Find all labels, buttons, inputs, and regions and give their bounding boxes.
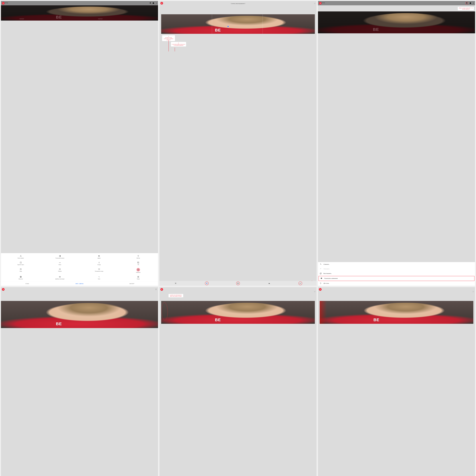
svg-point-31 — [206, 283, 207, 284]
mustache-icon — [59, 261, 61, 264]
tools-sheet: Блеск софитаТональный контрастДрамаВинта… — [1, 253, 158, 286]
menu-undo[interactable]: Отменить — [318, 262, 475, 267]
tool-text[interactable]: TTТекст — [80, 275, 119, 281]
frame-icon — [137, 276, 139, 278]
styles-button[interactable] — [267, 282, 271, 285]
more-icon[interactable] — [155, 289, 157, 290]
tool-label: Grunge — [98, 264, 101, 266]
svg-point-24 — [20, 276, 21, 277]
svg-point-15 — [59, 268, 61, 270]
edit-photo — [318, 11, 475, 33]
tool-facebox[interactable]: Положение головы — [80, 267, 119, 275]
svg-point-22 — [138, 270, 138, 270]
history-menu: Отменить Повторить Восстановить Посмотре… — [318, 262, 475, 286]
more-icon[interactable] — [155, 2, 157, 4]
layers-icon[interactable] — [466, 2, 468, 4]
tool-film[interactable]: Нуар — [1, 267, 40, 275]
facebox-icon — [98, 268, 100, 270]
svg-point-3 — [156, 3, 157, 3]
cancel-button[interactable] — [174, 282, 177, 285]
tool-vignette[interactable]: Виньетка — [1, 275, 40, 281]
tool-spotlight[interactable]: Блеск софита — [1, 254, 40, 260]
tool-label: Двойная экспозиция — [55, 278, 65, 281]
tool-frame[interactable]: Рамки — [119, 275, 158, 281]
step-badge: 5 — [160, 288, 163, 291]
bottom-tabs: СТИЛИ ИНСТ…МЕНТЫ ЭКСПОРТ — [1, 282, 158, 286]
blur-icon — [136, 268, 140, 272]
edit-photo[interactable] — [161, 301, 315, 324]
tool-contrast[interactable]: Тональный контраст — [40, 254, 80, 260]
bw-icon — [137, 261, 139, 264]
tool-label: Винтаж — [136, 258, 140, 260]
tool-label: Блеск софита — [17, 258, 24, 260]
tab-tools[interactable]: ИНСТ…МЕНТЫ — [53, 282, 106, 286]
svg-rect-6 — [20, 262, 21, 263]
tab-styles[interactable]: СТИЛИ — [1, 282, 53, 286]
menu-redo: Повторить — [318, 267, 475, 271]
compare-icon[interactable] — [314, 291, 316, 292]
apply-button[interactable] — [299, 282, 302, 285]
caption: коррекция — [19, 18, 24, 19]
top-bar — [1, 287, 158, 291]
screen-3: 3 РЫТЬ зайдите в раздел изменений — это … — [318, 1, 475, 286]
tool-lamp[interactable]: Винтаж — [119, 254, 158, 260]
guitar-icon — [98, 261, 100, 264]
compare-icon[interactable] — [472, 291, 474, 292]
tool-label: Размытие — [136, 272, 140, 274]
tool-face[interactable]: Портрет — [40, 267, 80, 275]
caption: коррекция — [98, 18, 102, 19]
svg-point-14 — [20, 270, 21, 270]
info-icon[interactable] — [470, 2, 471, 4]
tool-label: Положение головы — [95, 271, 103, 273]
callout-brush: рисуйте кисточкой размытие фона там, где… — [169, 294, 183, 297]
svg-point-11 — [20, 269, 21, 269]
tab-export[interactable]: ЭКСПОРТ — [106, 282, 158, 286]
more-icon[interactable] — [473, 2, 474, 4]
double-icon — [59, 276, 61, 278]
menu-view-edits[interactable]: Посмотреть изменения — [319, 276, 475, 281]
screen-2: 2 Степень виньетирования 0 1для фона луч… — [159, 1, 317, 286]
tool-label: Рамки — [137, 278, 140, 281]
edit-photo[interactable] — [161, 14, 315, 34]
edit-photo[interactable] — [320, 301, 473, 324]
lamp-icon — [137, 255, 139, 257]
svg-point-35 — [470, 2, 471, 4]
tool-label: Крупное зерно — [17, 264, 24, 266]
header: Степень виньетирования 0 — [159, 1, 317, 6]
blur-shape-button[interactable] — [205, 282, 209, 285]
blur-center-handle[interactable] — [227, 26, 229, 27]
step-badge: 6 — [319, 288, 322, 291]
edit-photo[interactable] — [1, 301, 158, 328]
svg-point-8 — [21, 263, 21, 263]
svg-text:i: i — [153, 2, 153, 4]
tool-label: Тональный контраст — [55, 258, 65, 260]
screen-6: 6 включение / отключение маски 100Размыт… — [318, 287, 475, 476]
tool-mustache[interactable]: Ретро — [40, 261, 80, 267]
step-badge: 4 — [2, 288, 5, 291]
spotlight-icon — [20, 255, 22, 257]
layers-icon[interactable] — [150, 2, 151, 4]
tool-guitar[interactable]: Grunge — [80, 261, 119, 267]
open-label: РЫТЬ — [322, 2, 325, 3]
callout-2: 2в этом меню убавьте виньетку на 0 и нас… — [171, 42, 186, 47]
param-title: Степень виньетирования 0 — [231, 3, 245, 4]
svg-point-36 — [473, 2, 474, 3]
tool-cloud[interactable]: Драма — [80, 254, 119, 260]
svg-point-13 — [21, 269, 21, 269]
svg-point-16 — [60, 269, 60, 269]
open-label: РЫТЬ — [5, 2, 8, 3]
vignette-icon — [20, 276, 22, 278]
screen-5: 5 рисуйте кисточкой размытие фона там, г… — [159, 287, 317, 476]
tool-grain[interactable]: Крупное зерно — [1, 261, 40, 267]
screen-1: 1 РЫТЬ i коррекция коррекция Блеск софит… — [1, 1, 158, 286]
tool-blur[interactable]: Размытие — [119, 267, 158, 275]
svg-point-32 — [238, 283, 238, 283]
info-icon[interactable]: i — [153, 2, 154, 4]
menu-qr[interactable]: QR-стиль — [318, 281, 475, 286]
tool-bw[interactable]: Ч/б — [119, 261, 158, 267]
menu-restore[interactable]: Восстановить — [318, 271, 475, 276]
tool-double[interactable]: Двойная экспозиция — [40, 275, 80, 281]
adjust-button[interactable] — [236, 282, 240, 285]
svg-point-7 — [20, 262, 21, 262]
compare-icon[interactable] — [314, 3, 316, 4]
